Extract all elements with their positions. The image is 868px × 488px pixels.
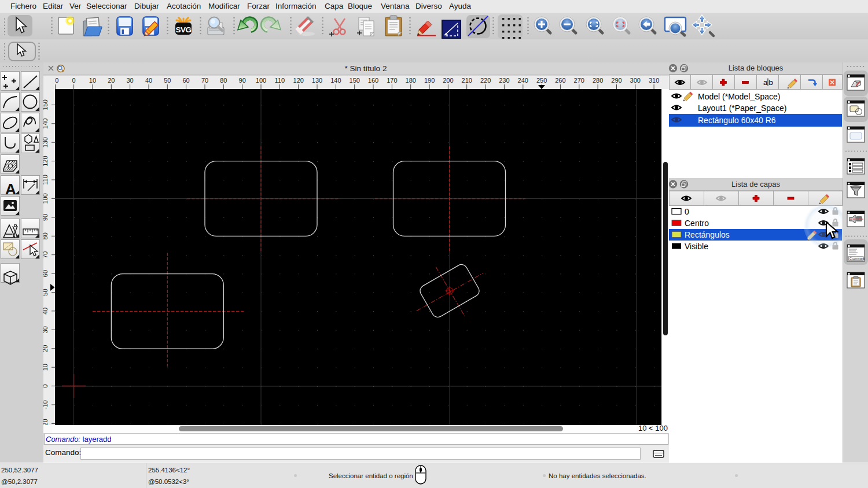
svg-text:0: 0: [43, 385, 49, 388]
svg-text:A: A: [5, 180, 16, 198]
svg-text:40: 40: [43, 308, 49, 315]
svg-text:70: 70: [43, 252, 49, 258]
svg-text:130: 130: [43, 137, 49, 147]
svg-text:100: 100: [43, 193, 49, 204]
svg-text:110: 110: [43, 175, 49, 185]
svg-text:-10: -10: [43, 400, 49, 409]
svg-text:220: 220: [480, 77, 491, 84]
svg-text:140: 140: [330, 77, 341, 84]
svg-text:120: 120: [293, 77, 304, 84]
svg-text:160: 160: [368, 77, 378, 84]
svg-text:30: 30: [43, 326, 49, 333]
svg-text:20: 20: [43, 345, 49, 352]
svg-text:0: 0: [72, 77, 76, 84]
svg-text:C command: C command: [849, 257, 865, 260]
svg-text:-20: -20: [43, 419, 49, 425]
svg-text:90: 90: [239, 77, 246, 84]
svg-text:0: 0: [55, 77, 58, 84]
svg-text:130: 130: [312, 77, 322, 84]
svg-text:60: 60: [43, 270, 49, 277]
svg-text:80: 80: [43, 232, 49, 239]
svg-text:60: 60: [182, 77, 189, 84]
svg-text:120: 120: [43, 156, 49, 166]
svg-text:180: 180: [406, 77, 416, 84]
svg-text:b: b: [769, 78, 773, 87]
svg-text:10: 10: [43, 364, 49, 371]
svg-text:a: a: [763, 78, 768, 87]
svg-text:70: 70: [201, 77, 208, 84]
svg-text:290: 290: [611, 77, 621, 84]
svg-text:200: 200: [443, 77, 453, 84]
svg-text:280: 280: [593, 77, 603, 84]
svg-text:300: 300: [630, 77, 641, 84]
svg-text:260: 260: [555, 77, 565, 84]
svg-text:40: 40: [145, 77, 152, 84]
svg-text:20: 20: [108, 77, 115, 84]
svg-text:110: 110: [275, 77, 285, 84]
svg-text:150: 150: [350, 77, 360, 84]
svg-text:80: 80: [220, 77, 227, 84]
svg-text:100: 100: [256, 77, 266, 84]
svg-text:310: 310: [649, 77, 659, 84]
svg-text:90: 90: [43, 214, 49, 221]
svg-text:190: 190: [424, 77, 435, 84]
svg-text:SVG: SVG: [175, 25, 191, 34]
svg-text:250: 250: [536, 77, 547, 84]
svg-text:30: 30: [126, 77, 133, 84]
svg-text:210: 210: [462, 77, 472, 84]
svg-text:50: 50: [43, 289, 49, 295]
svg-text:150: 150: [43, 99, 49, 110]
svg-text:170: 170: [387, 77, 397, 84]
svg-text:50: 50: [164, 77, 171, 84]
svg-text:270: 270: [574, 77, 584, 84]
svg-text:10: 10: [89, 77, 96, 84]
svg-text:240: 240: [518, 77, 528, 84]
svg-text:140: 140: [43, 119, 49, 129]
svg-text:230: 230: [499, 77, 509, 84]
